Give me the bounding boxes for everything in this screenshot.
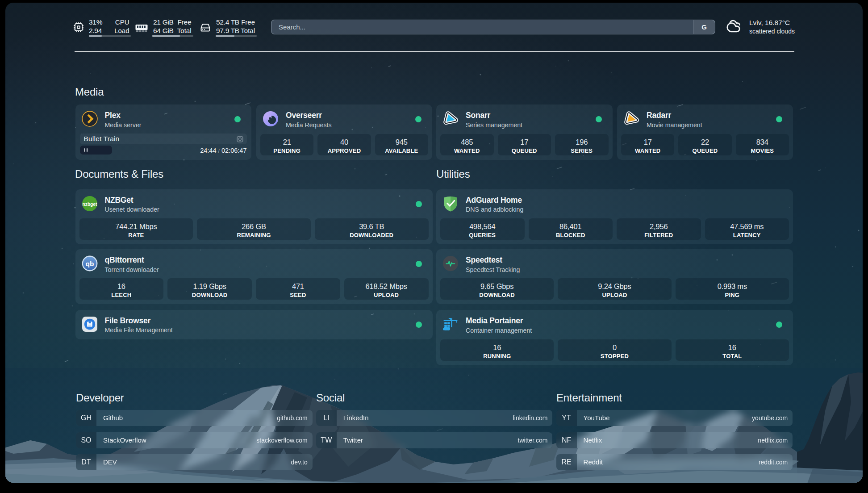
svg-text:qb: qb <box>85 260 94 267</box>
svg-text:nzbget: nzbget <box>82 201 97 206</box>
